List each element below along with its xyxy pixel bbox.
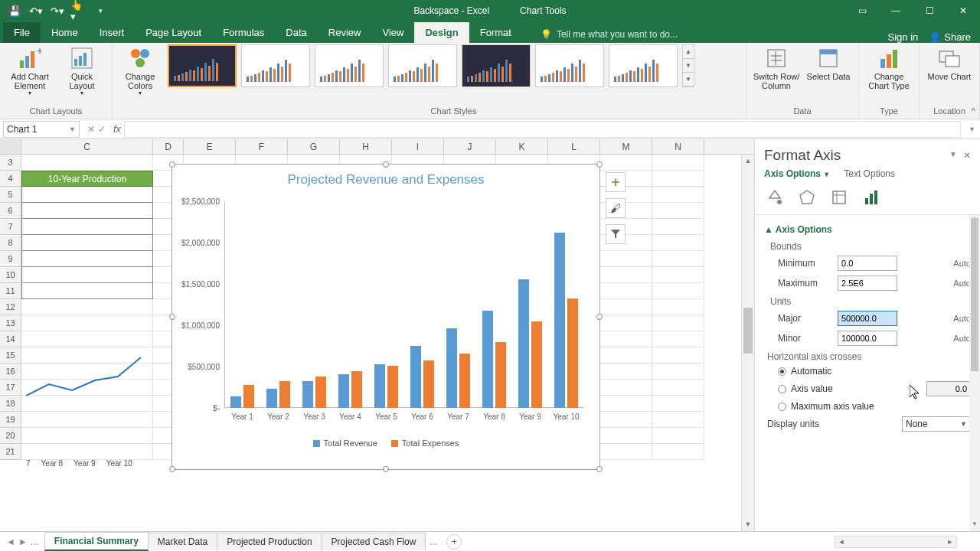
undo-icon[interactable]: ↶▾ [28, 2, 44, 19]
row-header[interactable]: 18 [0, 396, 21, 412]
expand-formula-bar-icon[interactable]: ▼ [964, 126, 980, 133]
axis-value-input[interactable] [926, 381, 971, 396]
close-icon[interactable]: ✕ [946, 0, 980, 21]
chart-style-4[interactable] [388, 44, 457, 87]
sign-in-link[interactable]: Sign in [888, 31, 919, 43]
row-header[interactable]: 19 [0, 412, 21, 428]
pane-scrollbar[interactable]: ▲▼ [969, 215, 980, 531]
tab-review[interactable]: Review [318, 22, 372, 43]
pane-close-icon[interactable]: ✕ [963, 150, 971, 161]
row-header[interactable]: 15 [0, 347, 21, 364]
collapse-ribbon-icon[interactable]: ^ [972, 106, 975, 116]
sheet-nav-more[interactable]: ... [31, 536, 38, 547]
column-header[interactable]: C [21, 139, 153, 154]
tell-me-search[interactable]: 💡 Tell me what you want to do... [537, 26, 681, 43]
column-header[interactable]: D [153, 139, 184, 154]
tab-data[interactable]: Data [275, 22, 317, 43]
plot-area[interactable] [224, 201, 584, 408]
change-chart-type-button[interactable]: Change Chart Type [865, 44, 913, 90]
minimum-input[interactable] [838, 256, 897, 271]
column-header[interactable]: F [236, 139, 288, 154]
chart-style-7[interactable] [609, 44, 678, 87]
minimize-icon[interactable]: — [879, 0, 913, 21]
table-header-cell[interactable]: 10-Year Production [21, 171, 153, 187]
size-properties-icon[interactable] [828, 187, 850, 208]
text-options-tab[interactable]: Text Options [844, 168, 895, 179]
tab-formulas[interactable]: Formulas [212, 22, 275, 43]
change-colors-button[interactable]: Change Colors▾ [119, 44, 162, 97]
namebox-dropdown-icon[interactable]: ▼ [69, 126, 76, 133]
row-header[interactable]: 8 [0, 235, 21, 251]
chart-style-6[interactable] [535, 44, 604, 87]
crosses-automatic[interactable]: Automatic [764, 364, 971, 379]
row-header[interactable]: 6 [0, 203, 21, 219]
min-auto[interactable]: Auto [953, 259, 971, 268]
enter-formula-icon[interactable]: ✓ [98, 124, 106, 135]
ribbon-display-icon[interactable]: ▭ [845, 0, 879, 21]
x-axis[interactable]: Year 1Year 2Year 3Year 4Year 5Year 6Year… [224, 412, 584, 425]
major-unit-input[interactable] [838, 311, 897, 326]
column-header[interactable]: N [652, 139, 704, 154]
row-header[interactable]: 16 [0, 364, 21, 380]
maximum-input[interactable] [838, 276, 897, 291]
qat-customize-icon[interactable]: ▾ [92, 2, 109, 19]
switch-row-column-button[interactable]: Switch Row/ Column [753, 44, 800, 90]
gallery-scroll[interactable]: ▲▼▼ [682, 44, 694, 87]
sheet-tab-projected-cash-flow[interactable]: Projected Cash Flow [322, 533, 426, 550]
new-sheet-button[interactable]: + [446, 534, 462, 549]
sheet-tabs-more[interactable]: ... [425, 536, 442, 547]
chart-style-2[interactable] [241, 44, 310, 87]
row-header[interactable]: 3 [0, 155, 21, 171]
fx-icon[interactable]: fx [110, 123, 124, 135]
select-all-corner[interactable] [0, 139, 21, 154]
crosses-max-value[interactable]: Maximum axis value [764, 399, 971, 414]
sheet-nav-prev-icon[interactable]: ◄ [6, 536, 15, 547]
y-axis[interactable]: $2,500,000$2,000,000$1,500,000$1,000,000… [177, 201, 223, 408]
tab-home[interactable]: Home [41, 22, 89, 43]
row-header[interactable]: 13 [0, 315, 21, 331]
add-chart-element-button[interactable]: + Add Chart Element▾ [6, 44, 54, 97]
name-box[interactable]: Chart 1 ▼ [3, 121, 80, 138]
row-header[interactable]: 7 [0, 219, 21, 235]
crosses-axis-value[interactable]: Axis value [764, 379, 971, 399]
row-header[interactable]: 11 [0, 283, 21, 299]
row-header[interactable]: 12 [0, 299, 21, 315]
axis-options-tab[interactable]: Axis Options ▼ [764, 168, 830, 179]
row-header[interactable]: 17 [0, 380, 21, 396]
move-chart-button[interactable]: Move Chart [926, 44, 973, 81]
cancel-formula-icon[interactable]: ✕ [87, 124, 95, 135]
minor-unit-input[interactable] [838, 331, 897, 346]
formula-input[interactable] [124, 121, 961, 138]
save-icon[interactable]: 💾 [6, 2, 23, 19]
tab-design[interactable]: Design [414, 22, 469, 43]
column-header[interactable]: K [496, 139, 548, 154]
chart-style-1[interactable] [168, 44, 237, 87]
effects-icon[interactable] [796, 187, 818, 208]
sheet-tab-projected-production[interactable]: Projected Production [217, 533, 322, 550]
share-button[interactable]: 👤Share [929, 31, 971, 43]
chart-style-3[interactable] [315, 44, 384, 87]
row-header[interactable]: 10 [0, 267, 21, 283]
touch-mode-icon[interactable]: 👆▾ [70, 2, 87, 19]
tab-format[interactable]: Format [469, 22, 522, 43]
sheet-tab-market-data[interactable]: Market Data [148, 533, 217, 550]
column-header[interactable]: I [392, 139, 444, 154]
tab-insert[interactable]: Insert [89, 22, 136, 43]
chart-style-gallery[interactable]: ▲▼▼ [168, 44, 694, 87]
display-units-select[interactable]: None▼ [902, 416, 971, 432]
axis-options-icon[interactable] [861, 187, 882, 208]
column-header[interactable]: L [548, 139, 600, 154]
maximize-icon[interactable]: ☐ [913, 0, 946, 21]
chart-legend[interactable]: Total Revenue Total Expenses [172, 439, 599, 448]
horizontal-scrollbar[interactable]: ◄► [835, 536, 957, 548]
minor-auto[interactable]: Auto [953, 334, 971, 343]
embedded-chart[interactable]: Projected Revenue and Expenses $2,500,00… [172, 164, 600, 470]
row-header[interactable]: 20 [0, 428, 21, 444]
tab-file[interactable]: File [3, 22, 41, 43]
pane-dropdown-icon[interactable]: ▼ [949, 150, 957, 161]
tab-page-layout[interactable]: Page Layout [135, 22, 212, 43]
column-header[interactable]: H [340, 139, 392, 154]
chart-style-5[interactable] [462, 44, 531, 87]
chart-title[interactable]: Projected Revenue and Expenses [172, 165, 599, 191]
column-header[interactable]: G [288, 139, 340, 154]
